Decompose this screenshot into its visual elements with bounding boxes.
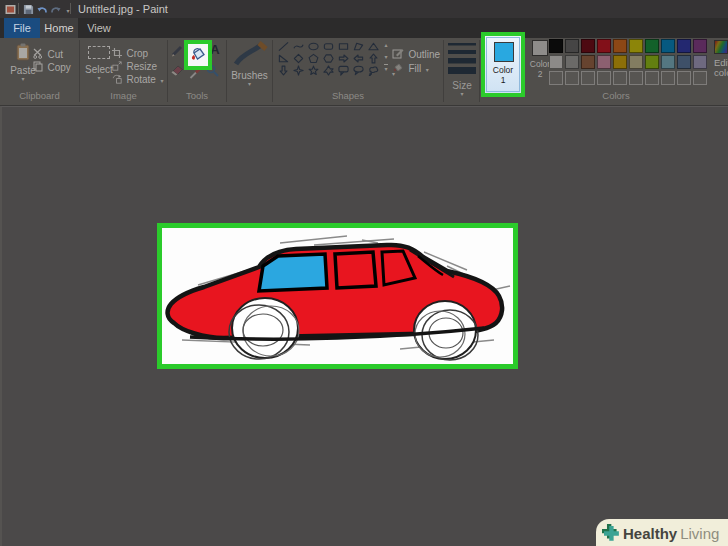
tab-file[interactable]: File xyxy=(4,18,40,38)
shape-star-4[interactable] xyxy=(291,64,306,76)
drawing-canvas[interactable]: Healthy Living xyxy=(0,106,728,546)
shapes-more-button[interactable]: ▾ xyxy=(381,64,391,74)
shape-arrow-down[interactable] xyxy=(276,64,291,76)
tab-home[interactable]: Home xyxy=(40,18,78,38)
shape-triangle[interactable] xyxy=(366,40,381,52)
palette-swatch[interactable] xyxy=(645,39,659,53)
palette-swatch-empty[interactable] xyxy=(549,71,563,85)
palette-swatch-empty[interactable] xyxy=(613,71,627,85)
shape-oval[interactable] xyxy=(306,40,321,52)
palette-swatch-empty[interactable] xyxy=(693,71,707,85)
shape-line[interactable] xyxy=(276,40,291,52)
copy-button[interactable]: Copy xyxy=(33,57,71,75)
palette-swatch-empty[interactable] xyxy=(661,71,675,85)
shapes-scroll-up-button[interactable]: ▴ xyxy=(381,40,391,50)
shape-callout-oval[interactable] xyxy=(351,64,366,76)
size-label: Size xyxy=(444,80,480,91)
edit-colors-button[interactable]: Edit colors xyxy=(714,40,728,78)
app-icon[interactable] xyxy=(4,3,16,15)
colors-group-label: Colors xyxy=(536,90,696,101)
shape-diamond[interactable] xyxy=(291,52,306,64)
select-button[interactable]: Select ▾ xyxy=(84,41,114,89)
palette-swatch[interactable] xyxy=(645,55,659,69)
rotate-icon xyxy=(112,74,122,84)
palette-swatch[interactable] xyxy=(677,55,691,69)
edit-colors-label-line2: colors xyxy=(714,68,728,78)
eraser-tool-button[interactable] xyxy=(170,62,184,80)
palette-swatch[interactable] xyxy=(549,55,563,69)
undo-button[interactable] xyxy=(36,3,48,15)
shape-callout-rounded[interactable] xyxy=(336,64,351,76)
palette-swatch[interactable] xyxy=(581,39,595,53)
palette-swatch[interactable] xyxy=(613,55,627,69)
fill-bucket-icon[interactable] xyxy=(189,46,207,64)
palette-swatch[interactable] xyxy=(581,55,595,69)
palette-swatch[interactable] xyxy=(597,55,611,69)
shape-polygon[interactable] xyxy=(351,40,366,52)
palette-swatch[interactable] xyxy=(613,39,627,53)
shape-rectangle[interactable] xyxy=(336,40,351,52)
palette-swatch[interactable] xyxy=(693,39,707,53)
palette-swatch-empty[interactable] xyxy=(677,71,691,85)
shape-curve[interactable] xyxy=(291,40,306,52)
shape-right-triangle[interactable] xyxy=(276,52,291,64)
fill-dropdown-icon xyxy=(392,62,404,73)
paint-window: ▾ Untitled.jpg - Paint File Home View Pa… xyxy=(0,0,728,546)
size-button[interactable]: Size ▾ xyxy=(444,38,480,102)
palette-swatch[interactable] xyxy=(629,39,643,53)
shape-fill-button[interactable]: Fill ▾ xyxy=(392,58,429,76)
window-title: Untitled.jpg - Paint xyxy=(78,0,168,18)
palette-swatch[interactable] xyxy=(693,55,707,69)
palette-swatch-empty[interactable] xyxy=(645,71,659,85)
palette-swatch[interactable] xyxy=(661,39,675,53)
save-button[interactable] xyxy=(22,3,34,15)
chevron-down-icon: ▾ xyxy=(444,91,480,97)
color1-button[interactable]: Color 1 xyxy=(486,37,520,92)
shape-pentagon[interactable] xyxy=(306,52,321,64)
qat-separator xyxy=(18,3,19,14)
shape-callout-cloud[interactable] xyxy=(366,64,381,76)
palette-swatch[interactable] xyxy=(629,55,643,69)
palette-swatch[interactable] xyxy=(565,55,579,69)
watermark-bold-text: Healthy xyxy=(623,525,677,542)
edit-colors-rainbow-icon xyxy=(714,40,728,54)
palette-swatch[interactable] xyxy=(677,39,691,53)
shapes-scroll-down-button[interactable]: ▾ xyxy=(381,52,391,62)
palette-swatch-empty[interactable] xyxy=(629,71,643,85)
paint-app-icon xyxy=(5,4,16,15)
undo-icon xyxy=(36,4,48,15)
palette-swatch-empty[interactable] xyxy=(597,71,611,85)
pencil-tool-button[interactable] xyxy=(170,42,184,61)
palette-swatch[interactable] xyxy=(549,39,563,53)
shape-rounded-rectangle[interactable] xyxy=(321,40,336,52)
redo-button[interactable] xyxy=(50,3,62,15)
customize-qat-button[interactable]: ▾ xyxy=(62,5,74,17)
brushes-button[interactable]: Brushes ▾ xyxy=(227,40,272,88)
redo-icon xyxy=(50,4,62,15)
tab-view[interactable]: View xyxy=(80,18,118,38)
palette-swatch[interactable] xyxy=(597,39,611,53)
shapes-group-label: Shapes xyxy=(263,90,433,101)
shape-star-6[interactable] xyxy=(321,64,336,76)
rotate-button[interactable]: Rotate ▾ xyxy=(112,69,163,87)
clipboard-group: Paste ▾ Cut Copy Clipboard xyxy=(0,38,79,106)
palette-swatch[interactable] xyxy=(565,39,579,53)
tools-group: A Tools xyxy=(168,38,226,106)
palette-swatch-empty[interactable] xyxy=(565,71,579,85)
select-marquee-icon xyxy=(88,46,110,59)
palette-swatch[interactable] xyxy=(661,55,675,69)
palette-swatch-empty[interactable] xyxy=(581,71,595,85)
color1-swatch xyxy=(494,42,514,62)
healthy-living-watermark: Healthy Living xyxy=(596,519,728,546)
line-size-icon xyxy=(448,42,476,76)
color1-label-line2: 1 xyxy=(487,75,519,85)
shape-arrow-up[interactable] xyxy=(366,52,381,64)
scroll-up-icon: ▴ xyxy=(384,42,387,48)
shape-arrow-left[interactable] xyxy=(351,52,366,64)
shape-arrow-right[interactable] xyxy=(336,52,351,64)
color2-swatch xyxy=(532,40,548,56)
image-group: Select ▾ Crop Resize xyxy=(80,38,167,106)
shape-hexagon[interactable] xyxy=(321,52,336,64)
shape-star-5[interactable] xyxy=(306,64,321,76)
chevron-down-icon: ▾ xyxy=(426,67,429,73)
